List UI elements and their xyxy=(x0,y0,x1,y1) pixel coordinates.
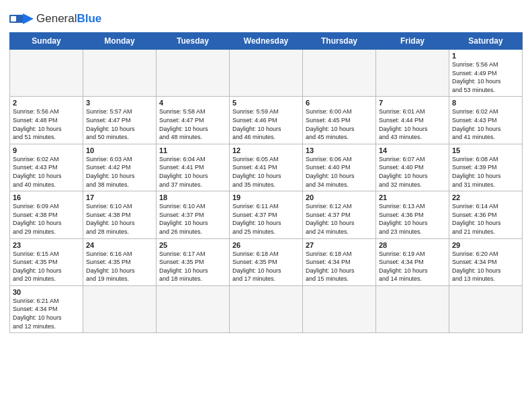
logo-general: General xyxy=(36,12,77,25)
logo-blue: Blue xyxy=(77,12,101,25)
calendar-week-row: 23Sunrise: 6:15 AM Sunset: 4:35 PM Dayli… xyxy=(10,238,523,285)
day-info: Sunrise: 5:57 AM Sunset: 4:47 PM Dayligh… xyxy=(86,107,153,141)
col-saturday: Saturday xyxy=(449,33,523,50)
day-number: 22 xyxy=(452,193,519,201)
table-row xyxy=(376,285,449,332)
logo-text-block: GeneralBlue xyxy=(36,13,101,26)
col-sunday: Sunday xyxy=(10,33,83,50)
day-number: 12 xyxy=(232,146,300,154)
day-number: 6 xyxy=(306,99,373,107)
day-number: 18 xyxy=(159,193,226,201)
table-row xyxy=(303,50,376,97)
table-row: 19Sunrise: 6:11 AM Sunset: 4:37 PM Dayli… xyxy=(230,191,303,238)
day-number: 3 xyxy=(86,99,153,107)
table-row: 15Sunrise: 6:08 AM Sunset: 4:39 PM Dayli… xyxy=(449,144,523,191)
day-info: Sunrise: 6:03 AM Sunset: 4:42 PM Dayligh… xyxy=(86,155,153,189)
calendar-week-row: 1Sunrise: 5:56 AM Sunset: 4:49 PM Daylig… xyxy=(10,50,523,97)
logo: GeneralBlue xyxy=(9,9,101,28)
svg-marker-1 xyxy=(23,13,34,24)
table-row xyxy=(157,285,230,332)
day-info: Sunrise: 6:18 AM Sunset: 4:34 PM Dayligh… xyxy=(306,250,373,283)
day-number: 7 xyxy=(379,99,446,107)
table-row: 22Sunrise: 6:14 AM Sunset: 4:36 PM Dayli… xyxy=(449,191,523,238)
table-row: 2Sunrise: 5:56 AM Sunset: 4:48 PM Daylig… xyxy=(10,97,83,144)
table-row: 16Sunrise: 6:09 AM Sunset: 4:38 PM Dayli… xyxy=(10,191,83,238)
day-info: Sunrise: 6:04 AM Sunset: 4:41 PM Dayligh… xyxy=(159,155,226,189)
day-number: 20 xyxy=(306,193,373,201)
day-info: Sunrise: 6:00 AM Sunset: 4:45 PM Dayligh… xyxy=(306,107,373,141)
calendar-table: Sunday Monday Tuesday Wednesday Thursday… xyxy=(9,32,523,333)
calendar-week-row: 9Sunrise: 6:02 AM Sunset: 4:43 PM Daylig… xyxy=(10,144,523,191)
page: GeneralBlue Sunday Monday Tuesday Wednes… xyxy=(0,0,532,411)
day-number: 13 xyxy=(306,146,373,154)
day-info: Sunrise: 6:02 AM Sunset: 4:43 PM Dayligh… xyxy=(452,107,519,141)
table-row: 30Sunrise: 6:21 AM Sunset: 4:34 PM Dayli… xyxy=(10,285,83,332)
table-row: 12Sunrise: 6:05 AM Sunset: 4:41 PM Dayli… xyxy=(230,144,303,191)
table-row xyxy=(83,50,157,97)
day-number: 26 xyxy=(232,241,300,249)
day-number: 1 xyxy=(452,52,519,60)
day-info: Sunrise: 6:14 AM Sunset: 4:36 PM Dayligh… xyxy=(452,202,519,236)
table-row: 24Sunrise: 6:16 AM Sunset: 4:35 PM Dayli… xyxy=(83,238,157,285)
day-info: Sunrise: 6:01 AM Sunset: 4:44 PM Dayligh… xyxy=(379,107,446,141)
table-row: 3Sunrise: 5:57 AM Sunset: 4:47 PM Daylig… xyxy=(83,97,157,144)
day-info: Sunrise: 6:12 AM Sunset: 4:37 PM Dayligh… xyxy=(306,202,373,236)
day-number: 16 xyxy=(13,193,80,201)
table-row: 5Sunrise: 5:59 AM Sunset: 4:46 PM Daylig… xyxy=(230,97,303,144)
table-row xyxy=(230,285,303,332)
day-info: Sunrise: 6:15 AM Sunset: 4:35 PM Dayligh… xyxy=(13,250,80,283)
day-info: Sunrise: 6:21 AM Sunset: 4:34 PM Dayligh… xyxy=(13,297,80,330)
day-number: 21 xyxy=(379,193,446,201)
calendar-header-row: Sunday Monday Tuesday Wednesday Thursday… xyxy=(10,33,523,50)
day-number: 9 xyxy=(13,146,80,154)
day-info: Sunrise: 6:16 AM Sunset: 4:35 PM Dayligh… xyxy=(86,250,153,283)
col-monday: Monday xyxy=(83,33,157,50)
day-number: 28 xyxy=(379,241,446,249)
day-number: 25 xyxy=(159,241,226,249)
day-info: Sunrise: 5:59 AM Sunset: 4:46 PM Dayligh… xyxy=(232,107,300,141)
day-number: 10 xyxy=(86,146,153,154)
day-number: 2 xyxy=(13,99,80,107)
logo-icon xyxy=(9,9,34,28)
table-row: 26Sunrise: 6:18 AM Sunset: 4:35 PM Dayli… xyxy=(230,238,303,285)
table-row: 28Sunrise: 6:19 AM Sunset: 4:34 PM Dayli… xyxy=(376,238,449,285)
table-row: 10Sunrise: 6:03 AM Sunset: 4:42 PM Dayli… xyxy=(83,144,157,191)
day-number: 27 xyxy=(306,241,373,249)
day-info: Sunrise: 6:17 AM Sunset: 4:35 PM Dayligh… xyxy=(159,250,226,283)
table-row xyxy=(10,50,83,97)
calendar-week-row: 16Sunrise: 6:09 AM Sunset: 4:38 PM Dayli… xyxy=(10,191,523,238)
calendar-week-row: 2Sunrise: 5:56 AM Sunset: 4:48 PM Daylig… xyxy=(10,97,523,144)
col-wednesday: Wednesday xyxy=(230,33,303,50)
day-info: Sunrise: 6:02 AM Sunset: 4:43 PM Dayligh… xyxy=(13,155,80,189)
table-row: 7Sunrise: 6:01 AM Sunset: 4:44 PM Daylig… xyxy=(376,97,449,144)
day-number: 14 xyxy=(379,146,446,154)
day-info: Sunrise: 6:07 AM Sunset: 4:40 PM Dayligh… xyxy=(379,155,446,189)
table-row xyxy=(449,285,523,332)
table-row xyxy=(230,50,303,97)
table-row: 6Sunrise: 6:00 AM Sunset: 4:45 PM Daylig… xyxy=(303,97,376,144)
col-thursday: Thursday xyxy=(303,33,376,50)
table-row: 29Sunrise: 6:20 AM Sunset: 4:34 PM Dayli… xyxy=(449,238,523,285)
day-number: 19 xyxy=(232,193,300,201)
day-info: Sunrise: 5:56 AM Sunset: 4:48 PM Dayligh… xyxy=(13,107,80,141)
day-info: Sunrise: 6:19 AM Sunset: 4:34 PM Dayligh… xyxy=(379,250,446,283)
day-info: Sunrise: 6:08 AM Sunset: 4:39 PM Dayligh… xyxy=(452,155,519,189)
table-row: 13Sunrise: 6:06 AM Sunset: 4:40 PM Dayli… xyxy=(303,144,376,191)
day-info: Sunrise: 5:58 AM Sunset: 4:47 PM Dayligh… xyxy=(159,107,226,141)
table-row: 21Sunrise: 6:13 AM Sunset: 4:36 PM Dayli… xyxy=(376,191,449,238)
day-info: Sunrise: 6:06 AM Sunset: 4:40 PM Dayligh… xyxy=(306,155,373,189)
table-row: 9Sunrise: 6:02 AM Sunset: 4:43 PM Daylig… xyxy=(10,144,83,191)
table-row: 27Sunrise: 6:18 AM Sunset: 4:34 PM Dayli… xyxy=(303,238,376,285)
table-row: 1Sunrise: 5:56 AM Sunset: 4:49 PM Daylig… xyxy=(449,50,523,97)
table-row: 8Sunrise: 6:02 AM Sunset: 4:43 PM Daylig… xyxy=(449,97,523,144)
day-number: 30 xyxy=(13,288,80,296)
day-number: 29 xyxy=(452,241,519,249)
day-number: 8 xyxy=(452,99,519,107)
svg-rect-2 xyxy=(11,16,16,21)
table-row: 25Sunrise: 6:17 AM Sunset: 4:35 PM Dayli… xyxy=(157,238,230,285)
col-friday: Friday xyxy=(376,33,449,50)
table-row xyxy=(376,50,449,97)
table-row: 4Sunrise: 5:58 AM Sunset: 4:47 PM Daylig… xyxy=(157,97,230,144)
day-number: 4 xyxy=(159,99,226,107)
calendar-week-row: 30Sunrise: 6:21 AM Sunset: 4:34 PM Dayli… xyxy=(10,285,523,332)
